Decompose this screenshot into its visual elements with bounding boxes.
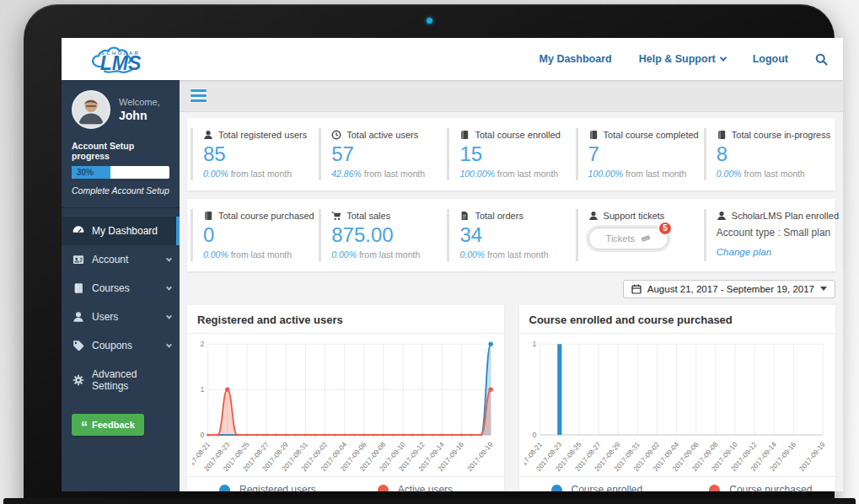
setup-progress-label: Account Setup progress bbox=[72, 141, 169, 161]
stat-total-active-users: Total active users 57 42.86% from last m… bbox=[319, 128, 447, 180]
file-icon bbox=[459, 211, 470, 221]
account-type-line: Account type : Small plan bbox=[717, 227, 825, 239]
stat-value: 15 bbox=[459, 142, 568, 167]
id-card-icon bbox=[72, 254, 84, 265]
feedback-button[interactable]: “ Feedback bbox=[72, 414, 144, 436]
legend-registered-users[interactable]: Registered users bbox=[187, 484, 346, 491]
gear-icon bbox=[72, 374, 84, 386]
sidebar-item-users[interactable]: Users bbox=[62, 303, 180, 331]
legend-course-purchased[interactable]: Course purchased bbox=[677, 484, 835, 491]
svg-text:1: 1 bbox=[201, 385, 205, 394]
change-plan-link[interactable]: Change plan bbox=[717, 247, 771, 257]
complete-setup-link[interactable]: Complete Account Setup bbox=[72, 185, 169, 196]
app-logo[interactable]: SCHOLAR LMS bbox=[78, 40, 178, 78]
chevron-down-icon bbox=[719, 54, 726, 61]
svg-text:0: 0 bbox=[532, 431, 536, 439]
clock-icon bbox=[331, 130, 341, 140]
profile-text: Welcome, John bbox=[119, 97, 160, 122]
top-header: SCHOLAR LMS My Dashboard Help & Support … bbox=[62, 38, 843, 80]
chevron-down-icon bbox=[166, 284, 172, 290]
nav-my-dashboard[interactable]: My Dashboard bbox=[540, 53, 612, 65]
stat-plan-enrolled: ScholarLMS Plan enrolled Account type : … bbox=[704, 209, 832, 261]
main-content: Total registered users 85 0.00% from las… bbox=[180, 80, 843, 491]
date-range-picker[interactable]: August 21, 2017 - September 19, 2017 bbox=[623, 280, 835, 298]
stat-value: 8 bbox=[717, 142, 825, 167]
menu-toggle-icon[interactable] bbox=[191, 87, 207, 105]
user-icon bbox=[717, 211, 727, 221]
chart-legend: Registered users Active users bbox=[187, 476, 504, 491]
book-icon bbox=[717, 130, 727, 140]
legend-dot bbox=[378, 485, 389, 491]
username: John bbox=[119, 109, 160, 122]
nav-help-support[interactable]: Help & Support bbox=[639, 53, 726, 65]
page-background: SCHOLAR LMS My Dashboard Help & Support … bbox=[0, 0, 859, 504]
camera-icon bbox=[427, 18, 432, 24]
account-setup-block: Account Setup progress 30% Complete Acco… bbox=[62, 137, 180, 208]
tickets-count-badge: 5 bbox=[658, 221, 673, 236]
stat-total-registered-users: Total registered users 85 0.00% from las… bbox=[191, 128, 319, 180]
chart-card-courses: Course enrolled and course purchased 201… bbox=[519, 305, 836, 491]
chart-legend: Course enrolled Course purchased bbox=[519, 476, 836, 491]
legend-active-users[interactable]: Active users bbox=[346, 484, 504, 491]
sidebar-item-advanced-settings[interactable]: Advanced Settings bbox=[62, 360, 180, 400]
chevron-down-icon bbox=[166, 255, 172, 261]
svg-text:1: 1 bbox=[532, 340, 536, 348]
search-icon[interactable] bbox=[815, 53, 828, 66]
sidebar-item-my-dashboard[interactable]: My Dashboard bbox=[62, 217, 180, 245]
stat-value: 85 bbox=[203, 142, 312, 167]
legend-course-enrolled[interactable]: Course enrolled bbox=[519, 484, 678, 491]
user-icon bbox=[203, 130, 213, 140]
stat-total-course-purchased: Total course purchased 0 0.00% from last… bbox=[191, 209, 319, 261]
chevron-down-icon bbox=[166, 313, 172, 319]
quote-icon: “ bbox=[81, 425, 88, 430]
user-icon bbox=[72, 311, 84, 323]
date-row: August 21, 2017 - September 19, 2017 bbox=[187, 280, 835, 298]
stat-value: 57 bbox=[331, 142, 440, 167]
device-base bbox=[3, 498, 856, 504]
chart-title: Course enrolled and course purchased bbox=[519, 305, 836, 334]
calendar-icon bbox=[631, 284, 642, 294]
app-screen: SCHOLAR LMS My Dashboard Help & Support … bbox=[62, 38, 843, 491]
legend-dot bbox=[219, 485, 230, 491]
svg-text:2017-09-19: 2017-09-19 bbox=[797, 440, 826, 472]
tag-icon bbox=[72, 340, 84, 351]
chevron-down-icon bbox=[166, 341, 172, 347]
svg-text:2017-09-19: 2017-09-19 bbox=[466, 440, 495, 472]
sidebar-item-coupons[interactable]: Coupons bbox=[62, 331, 180, 360]
chart-card-users: Registered and active users 2017-08-2120… bbox=[187, 305, 504, 491]
stats-row-1: Total registered users 85 0.00% from las… bbox=[187, 118, 835, 190]
sidebar-item-courses[interactable]: Courses bbox=[62, 274, 180, 303]
registered-active-users-chart[interactable]: 2017-08-212017-08-232017-08-252017-08-27… bbox=[187, 334, 504, 477]
stat-support-tickets: Support tickets Tickets 5 bbox=[576, 209, 704, 261]
nav-logout[interactable]: Logout bbox=[753, 53, 788, 65]
svg-text:0: 0 bbox=[201, 431, 205, 439]
stat-total-orders: Total orders 34 0.00% from last month bbox=[447, 209, 575, 261]
avatar[interactable] bbox=[72, 90, 110, 129]
stat-value: 875.00 bbox=[331, 223, 440, 248]
setup-progress-bar: 30% bbox=[72, 166, 169, 179]
stat-value: 34 bbox=[459, 223, 568, 248]
course-enrolled-purchased-chart[interactable]: 2017-08-212017-08-232017-08-252017-08-27… bbox=[519, 334, 836, 477]
book-icon bbox=[459, 130, 470, 140]
cart-icon bbox=[331, 211, 341, 221]
user-profile: Welcome, John bbox=[62, 80, 180, 137]
stat-value: 7 bbox=[588, 142, 697, 167]
chart-title: Registered and active users bbox=[187, 305, 504, 334]
toolbar-strip bbox=[180, 80, 843, 112]
ticket-icon bbox=[641, 233, 651, 244]
sidebar-menu: My Dashboard Account Courses bbox=[62, 217, 180, 400]
dashboard-icon bbox=[72, 225, 84, 237]
sidebar: Welcome, John Account Setup progress 30%… bbox=[62, 80, 180, 491]
tablet-frame: SCHOLAR LMS My Dashboard Help & Support … bbox=[24, 4, 835, 504]
tickets-button[interactable]: Tickets 5 bbox=[588, 228, 668, 249]
caret-down-icon bbox=[820, 287, 827, 291]
svg-text:2: 2 bbox=[201, 340, 205, 348]
stat-total-course-completed: Total course completed 7 100.00% from la… bbox=[576, 128, 704, 180]
book-icon bbox=[203, 211, 213, 221]
legend-dot bbox=[551, 485, 562, 491]
stat-total-course-in-progress: Total course in-progress 8 0.00% from la… bbox=[704, 128, 832, 180]
stat-total-course-enrolled: Total course enrolled 15 100.00% from la… bbox=[447, 128, 575, 180]
account-type-value: Small plan bbox=[783, 227, 830, 239]
setup-progress-fill: 30% bbox=[72, 166, 110, 179]
sidebar-item-account[interactable]: Account bbox=[62, 245, 180, 274]
